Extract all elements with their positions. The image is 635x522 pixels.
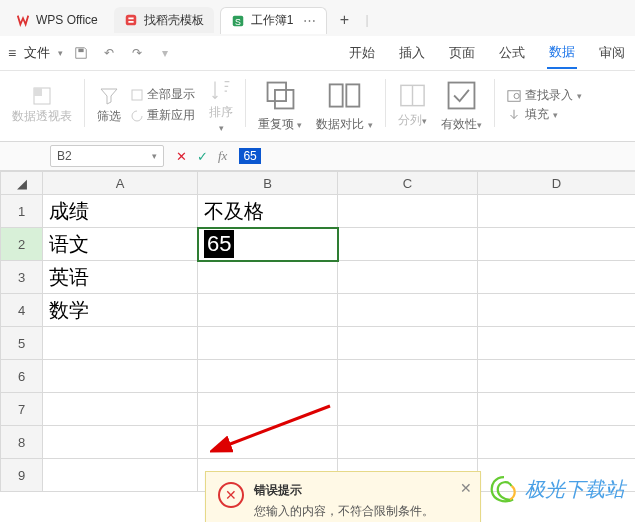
cell-D5[interactable] xyxy=(478,327,636,360)
spreadsheet: ◢ A B C D 1 成绩 不及格 2 语文 65 3 英语 4 数学 5 6… xyxy=(0,171,635,492)
row-header-1[interactable]: 1 xyxy=(1,195,43,228)
cell-A7[interactable] xyxy=(43,393,198,426)
cell-B8[interactable] xyxy=(198,426,338,459)
tab-page[interactable]: 页面 xyxy=(447,38,477,68)
formula-value: 65 xyxy=(239,148,260,164)
filter-label: 筛选 xyxy=(97,108,121,125)
row-header-9[interactable]: 9 xyxy=(1,459,43,492)
cell-C1[interactable] xyxy=(338,195,478,228)
title-tab-bar: WPS Office 找稻壳模板 S 工作簿1 ⋯ + | xyxy=(0,0,635,36)
tab-start[interactable]: 开始 xyxy=(347,38,377,68)
cell-B4[interactable] xyxy=(198,294,338,327)
formula-input[interactable]: 65 xyxy=(239,148,260,164)
row-header-4[interactable]: 4 xyxy=(1,294,43,327)
more-quick-icon[interactable]: ▾ xyxy=(155,43,175,63)
cell-A3[interactable]: 英语 xyxy=(43,261,198,294)
cell-C6[interactable] xyxy=(338,360,478,393)
app-tab[interactable]: WPS Office xyxy=(6,7,108,33)
fx-button[interactable]: fx xyxy=(218,148,227,164)
save-icon[interactable] xyxy=(71,43,91,63)
select-all-corner[interactable]: ◢ xyxy=(1,172,43,195)
cell-A5[interactable] xyxy=(43,327,198,360)
cell-B3[interactable] xyxy=(198,261,338,294)
cell-A1[interactable]: 成绩 xyxy=(43,195,198,228)
validity-button[interactable]: 有效性▾ xyxy=(435,75,488,135)
cell-D2[interactable] xyxy=(478,228,636,261)
row-header-6[interactable]: 6 xyxy=(1,360,43,393)
cell-D6[interactable] xyxy=(478,360,636,393)
cell-B5[interactable] xyxy=(198,327,338,360)
col-header-A[interactable]: A xyxy=(43,172,198,195)
row-header-5[interactable]: 5 xyxy=(1,327,43,360)
sort-button[interactable]: 排序▾ xyxy=(203,75,239,135)
cell-A9[interactable] xyxy=(43,459,198,492)
cell-C8[interactable] xyxy=(338,426,478,459)
duplicate-button[interactable]: 重复项 ▾ xyxy=(252,75,308,135)
tab-formula[interactable]: 公式 xyxy=(497,38,527,68)
col-header-C[interactable]: C xyxy=(338,172,478,195)
grid[interactable]: ◢ A B C D 1 成绩 不及格 2 语文 65 3 英语 4 数学 5 6… xyxy=(0,171,635,492)
cell-A6[interactable] xyxy=(43,360,198,393)
formula-bar: B2 ▾ ✕ ✓ fx 65 xyxy=(0,142,635,171)
reapply-icon xyxy=(131,110,143,122)
undo-icon[interactable]: ↶ xyxy=(99,43,119,63)
tab-data[interactable]: 数据 xyxy=(547,37,577,69)
cell-C4[interactable] xyxy=(338,294,478,327)
redo-icon[interactable]: ↷ xyxy=(127,43,147,63)
reapply-label: 重新应用 xyxy=(147,107,195,124)
row-header-3[interactable]: 3 xyxy=(1,261,43,294)
watermark-text: 极光下载站 xyxy=(525,476,625,503)
lookup-label: 查找录入 xyxy=(525,87,573,104)
pivot-button[interactable]: 数据透视表 xyxy=(6,75,78,135)
hamburger-icon[interactable]: ≡ xyxy=(8,45,16,61)
svg-rect-6 xyxy=(132,90,142,100)
new-tab-button[interactable]: + xyxy=(333,9,355,31)
cell-C7[interactable] xyxy=(338,393,478,426)
app-name: WPS Office xyxy=(36,13,98,27)
cell-D3[interactable] xyxy=(478,261,636,294)
ribbon-tabs: 开始 插入 页面 公式 数据 审阅 xyxy=(347,37,627,69)
cancel-edit-button[interactable]: ✕ xyxy=(176,149,187,164)
cell-C5[interactable] xyxy=(338,327,478,360)
reapply-button[interactable]: 重新应用 xyxy=(131,107,195,124)
col-header-B[interactable]: B xyxy=(198,172,338,195)
col-header-D[interactable]: D xyxy=(478,172,636,195)
tab-review[interactable]: 审阅 xyxy=(597,38,627,68)
name-box[interactable]: B2 ▾ xyxy=(50,145,164,167)
cell-B2[interactable]: 65 xyxy=(198,228,338,261)
lookup-record-button[interactable]: 查找录入▾ xyxy=(507,87,582,104)
cell-D8[interactable] xyxy=(478,426,636,459)
cell-B1[interactable]: 不及格 xyxy=(198,195,338,228)
compare-button[interactable]: 数据对比 ▾ xyxy=(310,75,378,135)
confirm-edit-button[interactable]: ✓ xyxy=(197,149,208,164)
sort-label: 排序 xyxy=(209,104,233,121)
file-menu[interactable]: 文件 xyxy=(24,44,50,62)
cell-B6[interactable] xyxy=(198,360,338,393)
error-close-button[interactable]: ✕ xyxy=(460,480,472,496)
cell-D4[interactable] xyxy=(478,294,636,327)
compare-icon xyxy=(326,77,363,114)
cell-B7[interactable] xyxy=(198,393,338,426)
workbook-tab[interactable]: S 工作簿1 ⋯ xyxy=(220,7,328,34)
cell-D1[interactable] xyxy=(478,195,636,228)
split-button[interactable]: 分列▾ xyxy=(392,75,433,135)
row-header-7[interactable]: 7 xyxy=(1,393,43,426)
cell-C2[interactable] xyxy=(338,228,478,261)
show-all-button[interactable]: 全部显示 xyxy=(131,86,195,103)
row-header-8[interactable]: 8 xyxy=(1,426,43,459)
cell-A2[interactable]: 语文 xyxy=(43,228,198,261)
template-tab[interactable]: 找稻壳模板 xyxy=(114,7,214,33)
workbook-tab-label: 工作簿1 xyxy=(251,12,294,29)
tab-insert[interactable]: 插入 xyxy=(397,38,427,68)
wps-logo-icon xyxy=(16,13,30,27)
cell-A8[interactable] xyxy=(43,426,198,459)
tab-menu-icon[interactable]: ⋯ xyxy=(303,13,316,28)
cell-A4[interactable]: 数学 xyxy=(43,294,198,327)
cell-D7[interactable] xyxy=(478,393,636,426)
svg-rect-7 xyxy=(267,83,286,102)
svg-rect-10 xyxy=(346,84,359,106)
cell-C3[interactable] xyxy=(338,261,478,294)
row-header-2[interactable]: 2 xyxy=(1,228,43,261)
fill-button[interactable]: 填充▾ xyxy=(507,106,558,123)
filter-button[interactable]: 筛选 xyxy=(97,86,121,125)
